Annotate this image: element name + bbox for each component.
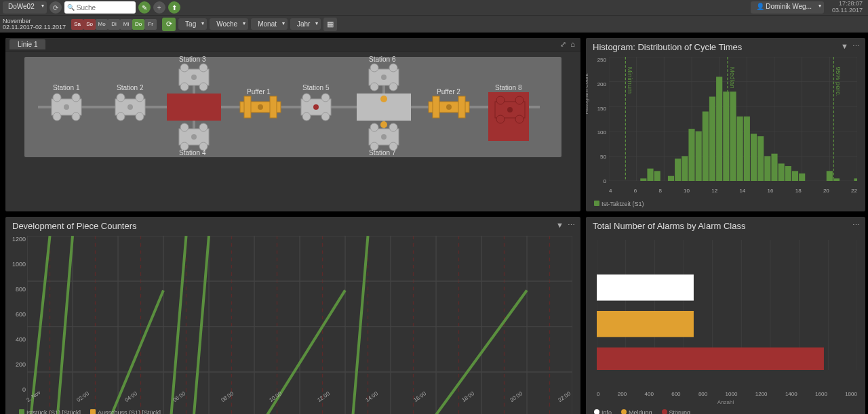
- filter-icon[interactable]: ▼: [841, 42, 848, 51]
- svg-text:Minimum: Minimum: [627, 67, 634, 94]
- svg-rect-80: [640, 178, 646, 181]
- svg-rect-89: [709, 97, 715, 181]
- day-do[interactable]: Do: [132, 19, 144, 30]
- label-station7: Station 7: [369, 149, 395, 157]
- svg-rect-88: [703, 112, 709, 181]
- date-range: 02.11.2017-02.11.2017: [3, 24, 66, 30]
- export-button[interactable]: ⬆: [168, 1, 180, 14]
- label-station1: Station 1: [53, 84, 79, 91]
- legend-meldung: Meldung: [629, 409, 652, 414]
- calendar-button[interactable]: ▦: [323, 18, 337, 31]
- edit-button[interactable]: ✎: [138, 1, 151, 14]
- svg-point-11: [136, 112, 144, 121]
- day-so[interactable]: So: [83, 19, 96, 30]
- svg-rect-101: [792, 171, 798, 181]
- menu-icon[interactable]: ⋯: [568, 221, 575, 230]
- day-di[interactable]: Di: [108, 19, 120, 30]
- svg-point-3: [72, 94, 80, 102]
- topbar: DoWe02 ⟳ 🔍 ✎ + ⬆ 👤 Dominik Weg... 17:28:…: [0, 0, 868, 15]
- svg-point-51: [381, 134, 387, 140]
- search-icon: 🔍: [67, 4, 75, 11]
- svg-point-9: [136, 94, 144, 102]
- user-menu[interactable]: 👤 Dominik Weg...: [751, 1, 824, 14]
- menu-icon[interactable]: ⋯: [852, 42, 860, 51]
- svg-point-17: [180, 83, 189, 91]
- piece-counter-panel: Development of Piece Counters ▼ ⋯ 120010…: [5, 217, 580, 414]
- label-station2: Station 2: [117, 84, 143, 91]
- svg-point-62: [515, 115, 524, 123]
- svg-point-4: [53, 112, 61, 121]
- legend-aus: Ausschuss (S1) [Stück]: [98, 409, 161, 414]
- alarms-chart: [597, 240, 857, 370]
- alarm-x-axis: 020040060080010001200140016001800: [597, 391, 857, 397]
- svg-rect-169: [597, 348, 824, 370]
- svg-line-148: [186, 236, 210, 414]
- svg-rect-86: [688, 129, 694, 181]
- pc-x-axis: 2. Nov02:0004:0006:0008:0010:0012:0014:0…: [27, 398, 572, 404]
- svg-rect-95: [751, 133, 757, 181]
- svg-rect-100: [785, 166, 791, 181]
- svg-rect-104: [833, 178, 840, 181]
- range-tag[interactable]: Tag: [178, 18, 207, 30]
- range-jahr[interactable]: Jahr: [290, 18, 321, 30]
- user-name: Dominik Weg...: [766, 3, 812, 10]
- svg-point-39: [370, 64, 378, 72]
- svg-rect-96: [757, 136, 764, 181]
- entity-select[interactable]: DoWe02: [3, 1, 47, 14]
- reload-range-button[interactable]: ⟳: [162, 18, 176, 31]
- svg-point-23: [199, 123, 208, 131]
- svg-rect-168: [597, 311, 694, 337]
- svg-point-63: [507, 107, 513, 112]
- svg-line-151: [368, 290, 528, 414]
- svg-point-36: [313, 104, 319, 110]
- date-row: November 02.11.2017-02.11.2017 Sa So Mo …: [0, 15, 868, 33]
- expand-icon[interactable]: ⤢: [560, 40, 566, 49]
- hist-ylabel: Histogram Count: [586, 73, 589, 114]
- day-mi[interactable]: Mi: [120, 19, 132, 30]
- svg-point-35: [321, 112, 330, 121]
- label-puffer1: Puffer 1: [247, 88, 271, 96]
- svg-rect-103: [827, 171, 833, 181]
- svg-rect-102: [799, 173, 805, 181]
- filter-icon[interactable]: ▼: [556, 221, 564, 230]
- svg-point-42: [389, 83, 397, 91]
- svg-line-144: [27, 236, 50, 414]
- label-station5: Station 5: [302, 84, 329, 91]
- svg-point-48: [389, 123, 397, 131]
- pc-y-axis: 120010008006004002000: [11, 236, 26, 393]
- add-button[interactable]: +: [153, 1, 165, 14]
- label-station6: Station 6: [369, 56, 395, 63]
- svg-rect-55: [458, 96, 465, 118]
- svg-point-16: [199, 64, 208, 72]
- svg-point-40: [389, 64, 397, 72]
- svg-point-8: [117, 94, 125, 102]
- piece-counter-chart: [27, 236, 572, 414]
- hist-x-axis: 46810121416182022: [609, 188, 857, 194]
- range-monat[interactable]: Monat: [251, 18, 288, 30]
- svg-rect-81: [647, 169, 653, 181]
- range-woche[interactable]: Woche: [210, 18, 248, 30]
- svg-rect-82: [654, 171, 660, 181]
- piece-counter-title: Development of Piece Counters: [5, 217, 580, 235]
- label-station8: Station 8: [495, 84, 521, 91]
- alarms-panel: Total Number of Alarms by Alarm Class ⋯ …: [586, 217, 865, 414]
- svg-point-5: [72, 112, 80, 121]
- svg-rect-85: [682, 156, 688, 181]
- label-station3: Station 3: [179, 56, 205, 63]
- search-input[interactable]: [77, 4, 131, 12]
- svg-point-12: [127, 104, 133, 110]
- refresh-button[interactable]: ⟳: [50, 1, 62, 14]
- day-mo[interactable]: Mo: [96, 19, 108, 30]
- svg-point-15: [180, 64, 189, 72]
- menu-icon[interactable]: ⋯: [852, 221, 860, 230]
- process-tab-linie1[interactable]: Linie 1: [9, 39, 45, 49]
- search-box[interactable]: 🔍: [64, 1, 136, 14]
- home-icon[interactable]: ⌂: [570, 40, 575, 49]
- svg-rect-20: [167, 94, 221, 121]
- svg-point-6: [64, 104, 69, 110]
- svg-rect-97: [764, 156, 770, 181]
- day-sa[interactable]: Sa: [71, 19, 83, 30]
- day-fr[interactable]: Fr: [144, 19, 157, 30]
- label-puffer2: Puffer 2: [437, 88, 460, 96]
- svg-point-33: [321, 94, 330, 102]
